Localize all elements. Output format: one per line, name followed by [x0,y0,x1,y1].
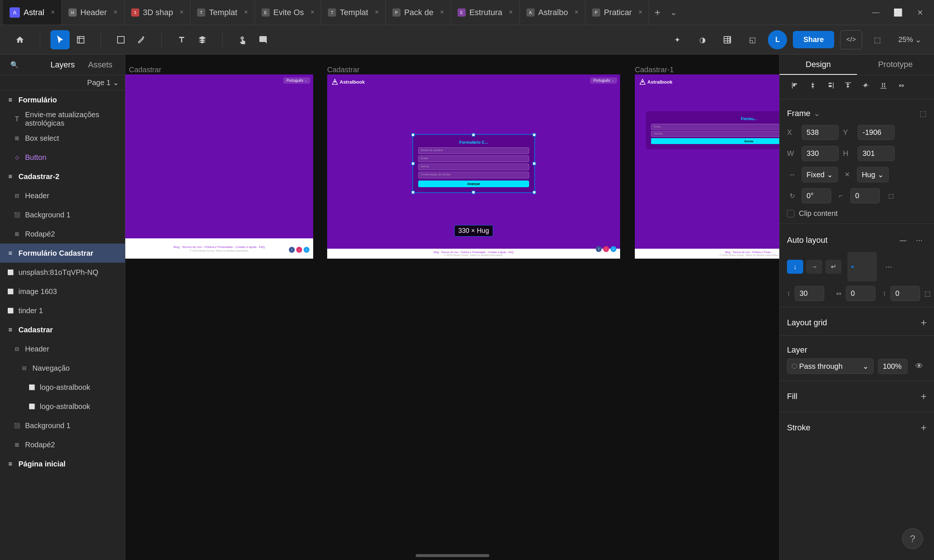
frame-cadastrar-center[interactable]: Astralbook Formulário C... N [327,74,620,258]
x-input[interactable] [802,125,839,140]
layer-rodape2[interactable]: ⊞ Rodapé2 [0,225,125,243]
frame-cadastrar1[interactable]: Astralbook Formu... Emai... Senha... Env… [635,74,779,258]
tab-astral[interactable]: A Astral × [3,0,62,25]
al-more2-button[interactable]: ⋯ [881,260,896,273]
layer-unsplash[interactable]: ⬜ unsplash:81oTqVPh-NQ [0,263,125,282]
user-avatar[interactable]: L [768,30,787,49]
tab-close-pack[interactable]: × [440,8,444,16]
maximize-button[interactable]: ⬜ [887,0,909,25]
clip-content-checkbox[interactable] [787,210,794,217]
tab-header[interactable]: H Header × [62,0,125,25]
tab-close-t2[interactable]: × [375,8,379,16]
canvas-scrollbar[interactable] [415,554,489,557]
close-button[interactable]: ✕ [909,0,931,25]
layer-formulario[interactable]: ≡ Formulário [0,90,125,109]
layers-tab[interactable]: Layers [45,58,80,72]
layer-header1[interactable]: ⊟ Header [0,186,125,205]
layer-cadastrar2[interactable]: ≡ Cadastrar-2 [0,167,125,186]
layer-logo2[interactable]: ⬜ logo-astralbook [0,397,125,416]
padding-h-input[interactable] [846,286,876,301]
resize-icon[interactable]: ⬚ [868,30,887,49]
tab-praticar[interactable]: P Praticar × [585,0,649,25]
add-layout-grid-button[interactable]: + [921,317,926,329]
prototype-icon[interactable]: ◱ [743,30,762,49]
add-fill-button[interactable]: + [921,391,926,402]
al-remove-button[interactable]: — [896,234,911,247]
layer-background1[interactable]: ⬛ Background 1 [0,205,125,225]
text-tool[interactable] [172,30,191,49]
al-align-br[interactable]: · [867,272,877,282]
new-tab-button[interactable]: + [649,7,665,18]
tab-close-header[interactable]: × [114,8,117,16]
al-expand-padding[interactable]: ⬚ [925,287,931,300]
pen-tool[interactable] [132,30,151,49]
grid-icon[interactable] [718,30,737,49]
shape-tool[interactable] [111,30,131,49]
tab-templat1[interactable]: T Templat × [191,0,255,25]
layer-rodape2b[interactable]: ⊞ Rodapé2 [0,435,125,454]
layer-formcadastrar[interactable]: ≡ Formulário Cadastrar [0,243,125,263]
layer-navegacao[interactable]: ⊟ Navegação [0,358,125,378]
distribute-h-button[interactable]: ⇔ [893,78,909,93]
height-mode-dropdown[interactable]: Hug ⌄ [857,167,889,182]
tab-astralbo[interactable]: A Astralbo × [520,0,585,25]
minimize-button[interactable]: — [865,0,887,25]
align-bottom-button[interactable] [876,78,892,93]
al-align-tc[interactable]: · [857,252,867,262]
page-selector[interactable]: Page 1 ⌄ [0,75,125,90]
al-direction-wrap[interactable]: ↵ [825,260,842,274]
share-button[interactable]: Share [793,31,834,48]
tab-close-3d[interactable]: × [180,8,184,16]
layer-logo1[interactable]: ⬜ logo-astralbook [0,378,125,397]
home-tool[interactable] [10,30,29,49]
frame-cadastrar2[interactable]: Blog - Termos de Uso - Política e Privac… [125,74,313,258]
layer-image1603[interactable]: ⬜ image 1603 [0,282,125,301]
frame-tool[interactable] [71,30,90,49]
design-tab[interactable]: Design [780,54,857,75]
tab-close-evite[interactable]: × [311,8,315,16]
rotation-input[interactable] [802,188,831,203]
align-top-button[interactable] [840,78,856,93]
tab-overflow-button[interactable]: ⌄ [667,8,680,17]
padding-v-input[interactable] [891,286,920,301]
gap-input[interactable] [795,286,824,301]
al-direction-right[interactable]: → [806,260,822,274]
al-align-ml[interactable]: ■ [848,262,857,272]
al-align-bl[interactable]: · [848,272,857,282]
layer-button[interactable]: ◇ Button [0,148,125,167]
tab-close-pr[interactable]: × [639,8,643,16]
visibility-toggle[interactable]: 👁 [912,359,926,374]
tab-3dshape[interactable]: 3 3D shap × [125,0,191,25]
layer-envieme[interactable]: T Envie-me atualizações astrológicas [0,109,125,129]
tab-close-est[interactable]: × [509,8,513,16]
tab-close-ab[interactable]: × [574,8,579,16]
layer-header2[interactable]: ⊟ Header [0,339,125,358]
tab-close-astral[interactable]: × [51,8,55,16]
al-align-mc[interactable]: · [857,262,867,272]
canvas[interactable]: Cadastrar Cadastrar Cadastrar-1 Blog - T… [125,54,779,560]
frame-expand-button[interactable]: ⬚ [920,109,926,118]
blend-mode-dropdown[interactable]: Pass through ⌄ [787,358,874,374]
tab-close-t1[interactable]: × [244,8,248,16]
width-mode-dropdown[interactable]: Fixed ⌄ [802,167,838,182]
add-stroke-button[interactable]: + [921,422,926,434]
al-align-mr[interactable]: · [867,262,877,272]
select-tool[interactable] [51,30,70,49]
zoom-control[interactable]: 25% ⌄ [893,32,926,47]
al-align-bc[interactable]: · [857,272,867,282]
star-icon[interactable]: ✦ [668,30,687,49]
tab-estrutura[interactable]: E Estrutura × [451,0,520,25]
al-direction-down[interactable]: ↓ [787,260,803,274]
layer-tinder1[interactable]: ⬜ tinder 1 [0,301,125,320]
h-input[interactable] [858,146,895,161]
align-left-button[interactable] [787,78,803,93]
comment-tool[interactable] [254,30,272,49]
align-middle-v-button[interactable] [858,78,874,93]
layer-paginainicial[interactable]: ≡ Página inicial [0,454,125,474]
tab-evite[interactable]: E Evite Os × [255,0,322,25]
component-tool[interactable] [193,30,212,49]
code-button[interactable]: </> [840,30,862,49]
w-input[interactable] [802,146,839,161]
align-center-h-button[interactable] [805,78,821,93]
al-more-button[interactable]: ⋯ [912,234,926,247]
